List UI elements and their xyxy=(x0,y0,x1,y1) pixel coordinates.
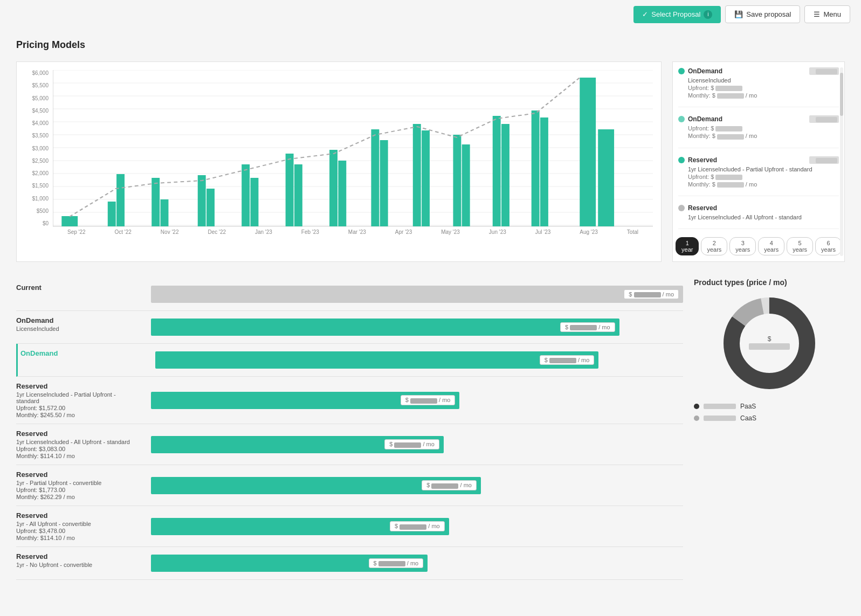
year-btn-3[interactable]: 3 years xyxy=(729,237,756,255)
year-btn-1[interactable]: 1 year xyxy=(676,237,699,255)
legend-dot-3 xyxy=(678,157,685,163)
legend-monthly-2: Monthly: $ / mo xyxy=(688,133,839,139)
row-detail-reserved-partial-li-2: Monthly: $245.50 / mo xyxy=(16,412,140,418)
svg-rect-34 xyxy=(493,116,501,226)
menu-icon: ☰ xyxy=(814,10,820,18)
header: ✓ Select Proposal i 💾 Save proposal ☰ Me… xyxy=(0,0,861,29)
legend-type-2: OnDemand xyxy=(688,115,722,123)
pricing-label-ondemand-li: OnDemand LicenseIncluded xyxy=(16,316,140,338)
row-detail-reserved-all-conv-2: Monthly: $114.10 / mo xyxy=(16,535,140,541)
pricing-list: Current $ / mo OnDemand LicenseIncluded … xyxy=(16,278,683,580)
pricing-label-reserved-partial-conv: Reserved 1yr - Partial Upfront - convert… xyxy=(16,470,140,500)
svg-rect-18 xyxy=(151,178,160,226)
info-icon: i xyxy=(704,10,712,19)
bar-container-reserved-partial-conv: $ / mo xyxy=(151,470,683,500)
svg-rect-19 xyxy=(161,199,169,226)
scrollbar[interactable] xyxy=(840,67,843,256)
legend-subtitle-4: 1yr LicenseIncluded - All Upfront - stan… xyxy=(688,214,839,220)
legend-dot-2 xyxy=(678,116,685,122)
bar-chart-container: $6,000 $5,500 $5,000 $4,500 $4,000 $3,50… xyxy=(16,61,662,262)
pricing-row-reserved-all-conv: Reserved 1yr - All Upfront - convertible… xyxy=(16,506,683,547)
legend-type-3: Reserved xyxy=(688,156,717,164)
year-btn-2[interactable]: 2 years xyxy=(701,237,727,255)
legend-monthly-1: Monthly: $ / mo xyxy=(688,92,839,99)
bar-label-ondemand-li: $ / mo xyxy=(560,322,615,332)
svg-rect-28 xyxy=(371,129,379,226)
bar-container-reserved-no-conv: $ / mo xyxy=(151,552,683,574)
save-proposal-button[interactable]: 💾 Save proposal xyxy=(725,5,800,23)
bar-label-reserved-no-conv: $ / mo xyxy=(369,558,424,568)
bar-label-reserved-partial-conv: $ / mo xyxy=(422,480,477,490)
legend-type-4: Reserved xyxy=(688,204,717,212)
scrollbar-thumb[interactable] xyxy=(840,73,843,116)
legend-subtitle-3: 1yr LicenseIncluded - Partial Upfront - … xyxy=(688,166,839,172)
row-title-ondemand: OnDemand xyxy=(20,349,144,357)
legend-dot-4 xyxy=(678,205,685,211)
svg-rect-27 xyxy=(338,161,346,226)
legend-dot-1 xyxy=(678,68,685,74)
svg-rect-25 xyxy=(294,164,302,226)
bar-container-reserved-partial-li: $ / mo xyxy=(151,382,683,418)
bar-label-reserved-partial-li: $ / mo xyxy=(401,395,456,405)
row-title-reserved-all-li: Reserved xyxy=(16,430,140,438)
svg-rect-17 xyxy=(116,174,125,226)
legend-price-1: $ xyxy=(809,67,839,75)
page-title: Pricing Models xyxy=(16,39,845,51)
svg-text:$: $ xyxy=(768,335,772,343)
pricing-row-ondemand: OnDemand $ / mo xyxy=(16,344,683,377)
paas-label: PaaS xyxy=(740,403,756,410)
svg-rect-29 xyxy=(380,140,388,226)
row-subtitle-reserved-partial-conv: 1yr - Partial Upfront - convertible xyxy=(16,480,140,486)
chart-legend: OnDemand $ LicenseIncluded Upfront: $ Mo… xyxy=(672,61,845,262)
caas-label: CaaS xyxy=(740,414,756,422)
bar-ondemand: $ / mo xyxy=(155,351,598,369)
pricing-row-ondemand-li: OnDemand LicenseIncluded $ / mo xyxy=(16,311,683,344)
svg-rect-16 xyxy=(108,202,116,226)
donut-legend-caas: CaaS xyxy=(694,414,845,422)
pricing-label-reserved-no-conv: Reserved 1yr - No Upfront - convertible xyxy=(16,552,140,574)
pricing-row-reserved-partial-li: Reserved 1yr LicenseIncluded - Partial U… xyxy=(16,377,683,424)
svg-rect-38 xyxy=(580,78,596,226)
row-title-reserved-no-conv: Reserved xyxy=(16,552,140,560)
bar-reserved-all-conv: $ / mo xyxy=(151,518,449,535)
row-title-ondemand-li: OnDemand xyxy=(16,316,140,324)
row-detail-reserved-all-conv-1: Upfront: $3,478.00 xyxy=(16,528,140,534)
bar-container-ondemand-li: $ / mo xyxy=(151,316,683,338)
year-btn-5[interactable]: 5 years xyxy=(787,237,813,255)
legend-item-3: Reserved $ 1yr LicenseIncluded - Partial… xyxy=(678,156,839,196)
svg-rect-44 xyxy=(749,343,790,350)
bar-label-current: $ / mo xyxy=(624,289,679,299)
bar-container-current: $ / mo xyxy=(151,283,683,305)
row-title-reserved-all-conv: Reserved xyxy=(16,511,140,520)
bar-reserved-no-conv: $ / mo xyxy=(151,555,428,572)
save-icon: 💾 xyxy=(734,10,743,18)
pricing-label-reserved-all-li: Reserved 1yr LicenseIncluded - All Upfro… xyxy=(16,430,140,459)
caas-dot xyxy=(694,416,699,421)
pricing-label-reserved-all-conv: Reserved 1yr - All Upfront - convertible… xyxy=(16,511,140,541)
svg-rect-30 xyxy=(413,124,421,226)
svg-rect-24 xyxy=(286,154,294,226)
legend-monthly-3: Monthly: $ / mo xyxy=(688,181,839,188)
row-detail-reserved-all-li-1: Upfront: $3,083.00 xyxy=(16,446,140,452)
row-detail-reserved-partial-conv-1: Upfront: $1,773.00 xyxy=(16,487,140,493)
svg-rect-23 xyxy=(250,178,258,226)
save-proposal-label: Save proposal xyxy=(746,10,791,18)
row-title-reserved-partial-li: Reserved xyxy=(16,382,140,390)
year-btn-6[interactable]: 6 years xyxy=(815,237,842,255)
row-title-current: Current xyxy=(16,283,140,292)
bar-reserved-partial-conv: $ / mo xyxy=(151,477,481,494)
svg-rect-15 xyxy=(61,216,78,226)
pricing-row-reserved-all-li: Reserved 1yr LicenseIncluded - All Upfro… xyxy=(16,424,683,465)
paas-dot xyxy=(694,404,699,409)
menu-button[interactable]: ☰ Menu xyxy=(804,5,850,23)
row-subtitle-reserved-partial-li: 1yr LicenseIncluded - Partial Upfront - … xyxy=(16,391,140,404)
svg-rect-21 xyxy=(206,189,215,226)
row-subtitle-reserved-all-conv: 1yr - All Upfront - convertible xyxy=(16,521,140,527)
svg-rect-35 xyxy=(501,124,509,226)
row-subtitle-reserved-all-li: 1yr LicenseIncluded - All Upfront - stan… xyxy=(16,439,140,445)
year-btn-4[interactable]: 4 years xyxy=(758,237,784,255)
legend-item-4: Reserved 1yr LicenseIncluded - All Upfro… xyxy=(678,204,839,229)
select-proposal-button[interactable]: ✓ Select Proposal i xyxy=(633,6,721,23)
bar-label-reserved-all-li: $ / mo xyxy=(384,439,439,449)
pricing-row-reserved-no-conv: Reserved 1yr - No Upfront - convertible … xyxy=(16,547,683,580)
